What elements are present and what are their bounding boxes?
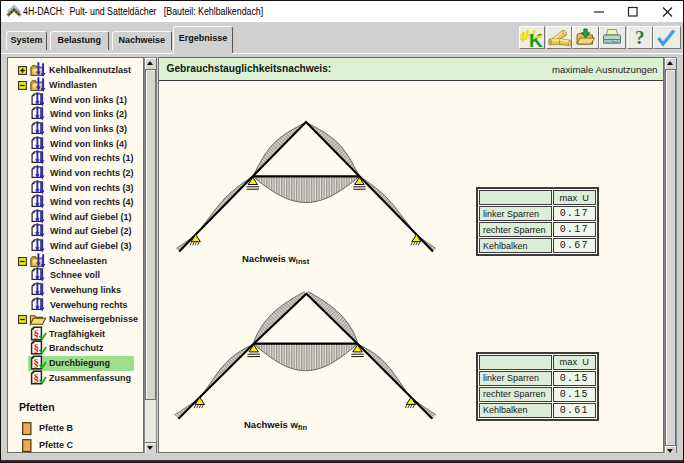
svg-text:§: § bbox=[34, 356, 40, 368]
svg-text:?: ? bbox=[635, 27, 645, 48]
svg-text:§: § bbox=[34, 371, 40, 383]
svg-text:§: § bbox=[34, 342, 40, 354]
svg-text:K: K bbox=[529, 30, 543, 48]
svg-text:§: § bbox=[34, 327, 40, 339]
